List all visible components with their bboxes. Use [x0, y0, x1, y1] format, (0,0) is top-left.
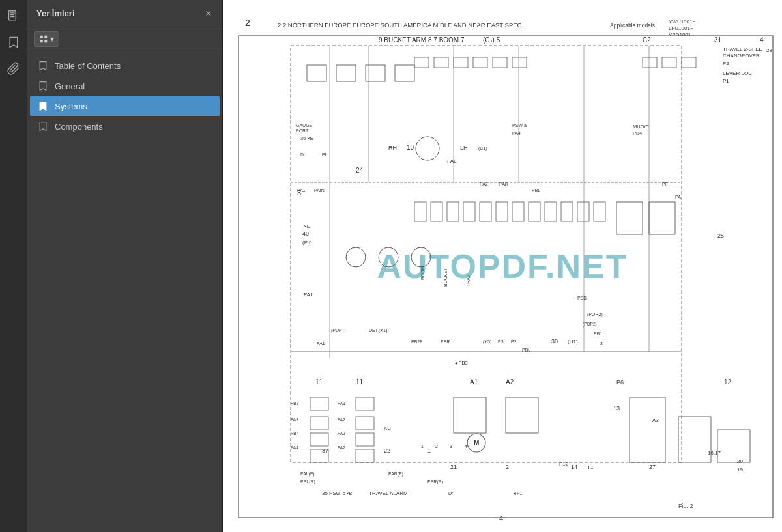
svg-text:PAL(F): PAL(F)	[300, 471, 315, 477]
svg-text:35 PSw: 35 PSw	[322, 490, 340, 496]
svg-text:11: 11	[315, 378, 323, 385]
schematic-diagram: 2 2.2 NORTHERN EUROPE EUROPE SOUTH AMERI…	[223, 0, 782, 532]
svg-text:(P↓): (P↓)	[302, 240, 312, 245]
svg-text:Fig. 2: Fig. 2	[678, 503, 693, 509]
bookmark-label-components: Components	[55, 122, 103, 132]
svg-text:P6: P6	[616, 379, 624, 385]
svg-text:37: 37	[322, 447, 328, 454]
svg-text:P12: P12	[559, 461, 569, 467]
svg-text:XC: XC	[384, 425, 391, 431]
svg-text:PAR(F): PAR(F)	[388, 471, 403, 477]
svg-text:BOOM: BOOM	[420, 266, 425, 280]
svg-text:1: 1	[421, 444, 424, 449]
svg-rect-8	[225, 0, 779, 532]
svg-text:(POP2): (POP2)	[583, 322, 597, 327]
svg-text:PBR: PBR	[441, 339, 450, 344]
bookmark-item-toc[interactable]: Table of Contents	[30, 56, 220, 76]
svg-text:T1: T1	[587, 464, 594, 470]
attachments-icon	[7, 62, 20, 75]
svg-text:PAR: PAR	[499, 182, 508, 186]
bookmark-item-systems[interactable]: Systems	[30, 96, 220, 116]
svg-text:9 BUCKET ARM 8 7  BOOM 7: 9 BUCKET ARM 8 7 BOOM 7	[379, 36, 465, 44]
attachments-icon-button[interactable]	[3, 57, 25, 79]
svg-text:Dr: Dr	[448, 491, 454, 496]
svg-rect-4	[40, 36, 43, 38]
svg-text:12: 12	[724, 378, 732, 385]
svg-text:TRAVEL ALARM: TRAVEL ALARM	[369, 490, 408, 496]
svg-text:A1: A1	[470, 378, 478, 385]
svg-text:13: 13	[613, 405, 620, 412]
bookmarks-icon	[7, 36, 20, 49]
svg-text:11: 11	[356, 378, 364, 385]
svg-text:LH: LH	[460, 145, 468, 151]
svg-text:A3: A3	[652, 417, 659, 423]
icon-bar	[0, 0, 27, 532]
svg-text:PSB: PSB	[577, 296, 586, 300]
svg-text:1: 1	[427, 447, 431, 454]
svg-text:25: 25	[717, 232, 724, 239]
svg-text:16.17: 16.17	[708, 450, 721, 456]
svg-text:(X1): (X1)	[379, 328, 387, 333]
svg-text:A2: A2	[506, 378, 514, 385]
svg-text:◄P1: ◄P1	[512, 491, 523, 496]
svg-text:30: 30	[551, 338, 558, 344]
svg-text:3: 3	[450, 444, 452, 449]
dropdown-arrow: ▾	[50, 35, 54, 44]
bookmark-icon-toc	[38, 61, 48, 71]
svg-text:c ×B: c ×B	[343, 491, 353, 496]
sidebar-panel: Yer İmleri × ▾ Table of Contents General	[27, 0, 223, 532]
list-icon	[39, 35, 48, 44]
bookmark-item-general[interactable]: General	[30, 76, 220, 96]
svg-text:PA1: PA1	[317, 341, 325, 346]
bookmark-item-components[interactable]: Components	[30, 117, 220, 136]
svg-text:(POR2): (POR2)	[587, 312, 603, 317]
svg-rect-2	[10, 14, 14, 15]
svg-text:27: 27	[649, 464, 656, 470]
svg-text:(PDP↑): (PDP↑)	[331, 328, 346, 333]
svg-text:P3: P3	[498, 339, 504, 344]
svg-text:LEVER LOC: LEVER LOC	[723, 70, 752, 76]
svg-text:14: 14	[571, 464, 577, 470]
svg-text:(C₁) 5: (C₁) 5	[483, 36, 500, 44]
svg-text:GAUGE: GAUGE	[296, 123, 313, 128]
svg-text:PA2: PA2	[480, 182, 488, 186]
svg-text:PB28: PB28	[411, 339, 422, 344]
svg-text:19: 19	[737, 467, 743, 473]
svg-text:PB4: PB4	[633, 130, 642, 136]
svg-text:(Y5): (Y5)	[483, 339, 491, 344]
svg-text:2: 2	[506, 464, 509, 470]
svg-text:21: 21	[450, 464, 457, 470]
svg-text:Applicable models: Applicable models	[610, 22, 655, 29]
svg-rect-5	[40, 40, 43, 42]
svg-text:PL: PL	[322, 152, 328, 157]
svg-text:PSW a: PSW a	[512, 123, 527, 128]
svg-text:PA2: PA2	[338, 417, 345, 422]
svg-text:PA4: PA4	[291, 445, 298, 450]
toolbar-list-button[interactable]: ▾	[34, 31, 59, 47]
svg-text:PA1: PA1	[338, 401, 345, 406]
svg-text:4: 4	[465, 444, 467, 449]
svg-text:C2: C2	[643, 36, 651, 44]
svg-text:(U1): (U1)	[568, 339, 578, 344]
pages-icon-button[interactable]	[3, 5, 25, 27]
svg-text:PBL: PBL	[532, 188, 540, 193]
svg-text:20: 20	[737, 458, 743, 464]
svg-text:PA1: PA1	[304, 292, 313, 298]
svg-text:PB4: PB4	[291, 431, 299, 436]
svg-text:BUCKET: BUCKET	[443, 268, 448, 287]
svg-text:40: 40	[302, 231, 309, 237]
svg-text:M: M	[474, 440, 479, 447]
sidebar-header: Yer İmleri ×	[27, 0, 222, 27]
svg-text:PAL: PAL	[447, 158, 457, 164]
bookmark-label-systems: Systems	[55, 102, 87, 111]
sidebar-close-button[interactable]: ×	[201, 7, 216, 21]
pdf-page: 2 2.2 NORTHERN EUROPE EUROPE SOUTH AMERI…	[223, 0, 782, 532]
svg-text:PA2: PA2	[338, 445, 345, 450]
svg-text:22: 22	[384, 447, 390, 454]
sidebar-toolbar: ▾	[27, 27, 222, 51]
svg-text:2: 2	[435, 444, 438, 449]
bookmark-icon-components	[38, 121, 48, 132]
bookmarks-icon-button[interactable]	[3, 31, 25, 53]
svg-text:PB1: PB1	[594, 331, 602, 336]
svg-rect-3	[10, 16, 15, 17]
